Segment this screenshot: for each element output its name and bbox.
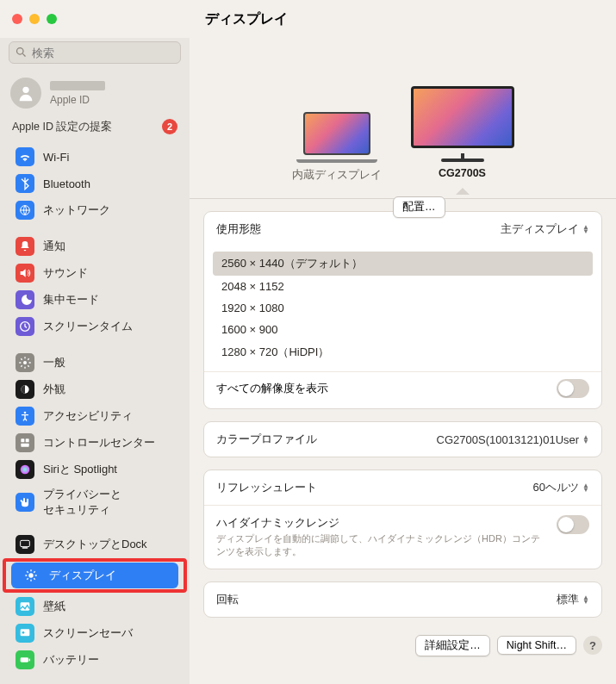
sidebar-item-コントロールセンター[interactable]: コントロールセンター bbox=[5, 430, 184, 456]
sidebar-item-サウンド[interactable]: サウンド bbox=[5, 260, 184, 286]
hdr-row: ハイダイナミックレンジ ディスプレイを自動的に調節して、ハイダイナミックレンジ（… bbox=[204, 505, 601, 569]
svg-rect-18 bbox=[21, 657, 28, 662]
monitor-external[interactable]: CG2700S bbox=[411, 86, 514, 195]
svg-rect-16 bbox=[21, 629, 30, 636]
rotation-label: 回転 bbox=[216, 592, 239, 607]
apple-id-name-redacted bbox=[50, 81, 105, 90]
sidebar-item-スクリーンタイム[interactable]: スクリーンタイム bbox=[5, 314, 184, 339]
sidebar-item-プライバシーとセキュリティ[interactable]: プライバシーと セキュリティ bbox=[5, 483, 184, 521]
sidebar-item-siriとspotlight[interactable]: Siriと Spotlight bbox=[5, 457, 184, 482]
main-pane: 配置… 内蔵ディスプレイ CG2700S 使用形態 bbox=[190, 38, 616, 684]
show-all-label: すべての解像度を表示 bbox=[216, 381, 328, 396]
sidebar-item-bluetooth[interactable]: Bluetooth bbox=[5, 171, 184, 196]
usage-label: 使用形態 bbox=[216, 221, 261, 237]
svg-point-14 bbox=[28, 573, 33, 577]
refresh-rate-row[interactable]: リフレッシュレート 60ヘルツ▲▼ bbox=[204, 470, 601, 505]
sidebar-item-label: ネットワーク bbox=[43, 202, 110, 218]
resolution-option[interactable]: 2048 × 1152 bbox=[213, 276, 593, 297]
sidebar-item-label: ディスプレイ bbox=[49, 568, 116, 583]
sidebar-item-label: 集中モード bbox=[43, 292, 99, 308]
sidebar-item-外観[interactable]: 外観 bbox=[5, 376, 184, 402]
monitor-internal[interactable]: 内蔵ディスプレイ bbox=[292, 112, 382, 195]
rotation-select[interactable]: 標準▲▼ bbox=[557, 592, 589, 607]
minimize-icon[interactable] bbox=[29, 14, 40, 24]
sidebar-item-バッテリー[interactable]: バッテリー bbox=[5, 647, 184, 673]
apple-id-suggestions[interactable]: Apple ID 設定の提案 2 bbox=[0, 119, 190, 143]
suggestions-badge: 2 bbox=[162, 119, 177, 134]
sidebar-item-label: コントロールセンター bbox=[43, 435, 155, 451]
sidebar-item-デスクトップとdock[interactable]: デスクトップとDock bbox=[5, 532, 184, 557]
advanced-button[interactable]: 詳細設定… bbox=[415, 635, 490, 656]
search-icon bbox=[15, 46, 28, 59]
resolution-option[interactable]: 1600 × 900 bbox=[213, 319, 593, 340]
svg-rect-12 bbox=[21, 540, 30, 546]
svg-rect-13 bbox=[22, 547, 28, 548]
siri-icon bbox=[16, 460, 34, 479]
night-shift-button[interactable]: Night Shift… bbox=[497, 636, 576, 655]
hdr-description: ディスプレイを自動的に調節して、ハイダイナミックレンジ（HDR）コンテンツを表示… bbox=[216, 532, 544, 559]
laptop-icon bbox=[303, 112, 370, 155]
svg-point-2 bbox=[22, 87, 28, 93]
refresh-rate-select[interactable]: 60ヘルツ▲▼ bbox=[533, 480, 589, 495]
apple-id-row[interactable]: Apple ID bbox=[0, 72, 190, 119]
resolution-option[interactable]: 2560 × 1440（デフォルト） bbox=[213, 252, 593, 276]
sidebar-item-label: アクセシビリティ bbox=[43, 408, 133, 424]
sidebar-item-wi-fi[interactable]: Wi-Fi bbox=[5, 144, 184, 170]
sidebar-item-label: プライバシーと セキュリティ bbox=[43, 487, 121, 518]
refresh-rate-label: リフレッシュレート bbox=[216, 480, 317, 495]
sidebar-item-label: バッテリー bbox=[43, 652, 99, 668]
show-all-resolutions-row: すべての解像度を表示 bbox=[204, 371, 601, 408]
show-all-toggle[interactable] bbox=[557, 379, 589, 398]
sidebar-item-通知[interactable]: 通知 bbox=[5, 233, 184, 259]
monitor-internal-label: 内蔵ディスプレイ bbox=[292, 168, 382, 183]
svg-point-5 bbox=[23, 361, 27, 364]
suggestions-label: Apple ID 設定の提案 bbox=[12, 120, 112, 134]
color-profile-label: カラープロファイル bbox=[216, 432, 317, 447]
arrange-button[interactable]: 配置… bbox=[393, 196, 445, 218]
sidebar-item-集中モード[interactable]: 集中モード bbox=[5, 287, 184, 313]
help-button[interactable]: ? bbox=[583, 636, 602, 655]
moon-icon bbox=[16, 290, 34, 309]
hdr-label: ハイダイナミックレンジ bbox=[216, 515, 544, 531]
sidebar-item-label: Siriと Spotlight bbox=[43, 462, 117, 477]
resolution-option[interactable]: 1920 × 1080 bbox=[213, 297, 593, 319]
sidebar-item-label: 一般 bbox=[43, 355, 65, 370]
rotation-row[interactable]: 回転 標準▲▼ bbox=[204, 582, 601, 617]
sidebar-item-label: スクリーンタイム bbox=[43, 319, 133, 334]
resolution-list: 2560 × 1440（デフォルト）2048 × 11521920 × 1080… bbox=[204, 246, 601, 371]
sidebar-item-アクセシビリティ[interactable]: アクセシビリティ bbox=[5, 403, 184, 429]
sidebar-item-壁紙[interactable]: 壁紙 bbox=[5, 594, 184, 619]
resolution-option[interactable]: 1280 × 720（HiDPI） bbox=[213, 340, 593, 364]
ss-icon bbox=[16, 624, 34, 643]
hour-icon bbox=[16, 317, 34, 336]
cc-icon bbox=[16, 433, 34, 452]
page-title: ディスプレイ bbox=[190, 10, 288, 28]
wall-icon bbox=[16, 597, 34, 616]
hand-icon bbox=[16, 493, 34, 512]
sidebar-item-label: Wi-Fi bbox=[43, 151, 69, 164]
sidebar-item-ネットワーク[interactable]: ネットワーク bbox=[5, 197, 184, 223]
sidebar-item-label: サウンド bbox=[43, 265, 88, 281]
svg-point-7 bbox=[24, 412, 27, 414]
zoom-icon[interactable] bbox=[47, 14, 57, 24]
svg-point-0 bbox=[17, 48, 24, 55]
hdr-toggle[interactable] bbox=[557, 515, 589, 534]
window-controls[interactable] bbox=[0, 14, 190, 24]
sidebar-item-ディスプレイ[interactable]: ディスプレイ bbox=[11, 563, 178, 588]
svg-rect-10 bbox=[21, 444, 28, 447]
color-profile-select[interactable]: CG2700S(10013121)01User▲▼ bbox=[437, 433, 589, 446]
close-icon[interactable] bbox=[12, 14, 22, 24]
avatar-icon bbox=[10, 78, 41, 109]
dock-icon bbox=[16, 535, 34, 554]
appear-icon bbox=[16, 380, 34, 399]
search-input[interactable] bbox=[9, 41, 181, 64]
gear-icon bbox=[16, 353, 34, 372]
wifi-icon bbox=[16, 147, 34, 166]
svg-point-17 bbox=[22, 631, 25, 634]
sidebar-item-スクリーンセーバ[interactable]: スクリーンセーバ bbox=[5, 620, 184, 646]
svg-rect-9 bbox=[26, 438, 29, 442]
svg-line-1 bbox=[22, 53, 25, 56]
color-profile-row[interactable]: カラープロファイル CG2700S(10013121)01User▲▼ bbox=[204, 422, 601, 457]
usage-select[interactable]: 主ディスプレイ▲▼ bbox=[501, 221, 589, 237]
sidebar-item-一般[interactable]: 一般 bbox=[5, 350, 184, 376]
